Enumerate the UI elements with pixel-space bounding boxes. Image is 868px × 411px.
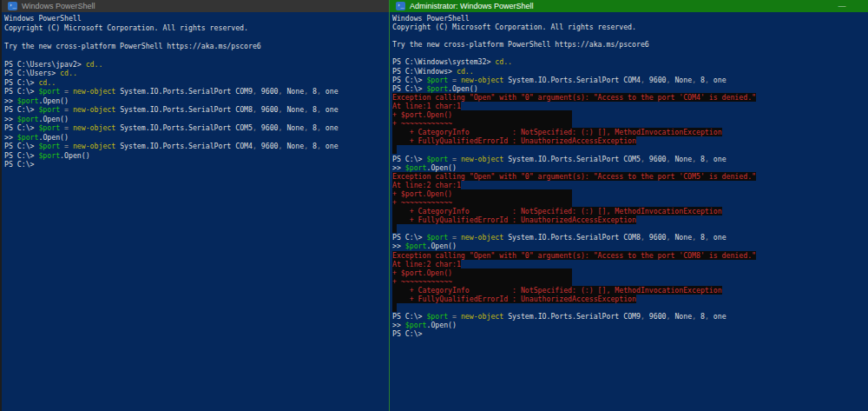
console-text-segment: 8 (696, 155, 705, 163)
left-window-title: Windows PowerShell (22, 2, 95, 10)
console-text-segment: + $port.Open() (392, 268, 572, 277)
console-text-segment: Exception calling "Open" with "0" argume… (392, 93, 756, 102)
console-text-segment: >> (392, 321, 405, 329)
console-text-segment: PS C:\> (4, 142, 38, 150)
console-text-segment: PS C:\> (392, 155, 426, 163)
console-text-segment: .Open() (426, 242, 457, 250)
console-text-segment: PS C:\> (4, 87, 38, 96)
console-text-segment: one (321, 142, 339, 150)
console-text-segment: System.IO.Ports.SerialPort COM8 (503, 233, 641, 242)
powershell-icon: ›_ (396, 2, 405, 10)
console-line: Exception calling "Open" with "0" argume… (392, 172, 868, 181)
console-text-segment: 8 (308, 142, 317, 150)
console-text-segment: >> (4, 96, 17, 105)
right-window-titlebar[interactable]: ›_ Administrator: Windows PowerShell — (390, 0, 868, 12)
console-line: PS C:\> $port = new-object System.IO.Por… (4, 105, 390, 115)
console-line: + FullyQualifiedErrorId : UnauthorizedAc… (392, 295, 868, 303)
console-text-segment: $port (17, 96, 39, 105)
console-text-segment: one (709, 155, 727, 163)
console-text-segment: + FullyQualifiedErrorId : UnauthorizedAc… (392, 215, 636, 224)
console-text-segment: new-object (461, 155, 503, 163)
console-line: PS C:\Users> cd.. (4, 69, 390, 78)
console-line: Copyright (C) Microsoft Corporation. All… (392, 23, 868, 31)
console-text-segment: $port (38, 87, 60, 96)
console-text-segment: + ~~~~~~~~~~~~ (392, 277, 572, 286)
left-console-output[interactable]: Windows PowerShellCopyright (C) Microsof… (2, 12, 390, 169)
console-text-segment (392, 224, 397, 233)
console-line: PS C:\> $port.Open() (4, 151, 390, 161)
console-text-segment: new-object (73, 142, 115, 150)
console-text-segment: 9600 (645, 76, 667, 84)
console-text-segment: System.IO.Ports.SerialPort COM8 (115, 105, 253, 114)
right-window-title: Administrator: Windows PowerShell (410, 2, 534, 10)
console-line: >> $port.Open() (392, 242, 868, 250)
console-text-segment: cd.. (38, 78, 56, 87)
console-line: Try the new cross-platform PowerShell ht… (4, 42, 390, 51)
console-text-segment: 8 (308, 87, 317, 96)
console-text-segment: Copyright (C) Microsoft Corporation. All… (392, 23, 636, 31)
console-text-segment: At line:1 char:1 (392, 102, 461, 110)
console-text-segment: 8 (308, 105, 317, 114)
console-line: >> $port.Open() (4, 96, 390, 106)
console-line: PS C:\Windows> cd.. (392, 67, 868, 76)
console-line: + $port.Open() (392, 189, 868, 198)
console-text-segment: $port (426, 84, 448, 93)
console-line: PS C:\> $port.Open() (392, 84, 868, 93)
console-text-segment: >> (4, 133, 17, 142)
console-text-segment: PS C:\> (4, 78, 38, 87)
console-text-segment: At line:2 char:1 (392, 181, 461, 189)
console-text-segment: cd.. (60, 69, 77, 77)
console-text-segment: 8 (696, 312, 705, 321)
console-text-segment (392, 145, 397, 154)
console-text-segment: .Open() (38, 115, 69, 123)
console-text-segment: $port (38, 105, 60, 114)
console-text-segment: >> (392, 242, 405, 250)
console-line: PS C:\> $port = new-object System.IO.Por… (392, 155, 868, 163)
console-line: + CategoryInfo : NotSpecified: (:) [], M… (392, 128, 868, 136)
console-text-segment: Windows PowerShell (4, 14, 82, 23)
console-text-segment: PS C:\> (4, 160, 35, 169)
console-text-segment: 8 (696, 76, 705, 84)
console-text-segment: >> (392, 163, 405, 172)
console-line: PS C:\> (392, 329, 868, 338)
console-text-segment: None (282, 123, 304, 132)
console-text-segment: $port (426, 233, 448, 242)
console-line: + ~~~~~~~~~~~~ (392, 119, 868, 128)
console-text-segment: System.IO.Ports.SerialPort COM9 (503, 312, 641, 321)
console-text-segment: Try the new cross-platform PowerShell ht… (4, 42, 261, 50)
console-text-segment: $port (426, 76, 448, 84)
console-line: >> $port.Open() (392, 321, 868, 329)
console-text-segment: None (282, 142, 304, 150)
minimize-button[interactable]: — (830, 0, 854, 12)
console-line: PS C:\> $port = new-object System.IO.Por… (392, 312, 868, 321)
console-text-segment: 9600 (645, 155, 667, 163)
console-text-segment (392, 303, 397, 312)
console-text-segment: + ~~~~~~~~~~~~ (392, 198, 572, 207)
console-text-segment: PS C:\> (4, 151, 38, 160)
console-text-segment: .Open() (426, 163, 457, 172)
console-line: At line:1 char:1 (392, 102, 868, 110)
console-line: Windows PowerShell (4, 14, 390, 23)
console-text-segment: None (670, 155, 692, 163)
console-line (392, 145, 868, 154)
console-text-segment: one (321, 105, 339, 114)
console-text-segment: Try the new cross-platform PowerShell ht… (392, 40, 649, 49)
console-text-segment: 8 (696, 233, 705, 242)
console-text-segment: 9600 (257, 87, 279, 96)
console-line: PS C:\> cd.. (4, 78, 390, 88)
console-text-segment: System.IO.Ports.SerialPort COM4 (503, 76, 641, 84)
console-line: + ~~~~~~~~~~~~ (392, 277, 868, 286)
left-window-titlebar[interactable]: ›_ Windows PowerShell (2, 0, 390, 12)
console-text-segment: None (670, 233, 692, 242)
console-text-segment: + FullyQualifiedErrorId : UnauthorizedAc… (392, 295, 636, 303)
right-console-output[interactable]: Windows PowerShellCopyright (C) Microsof… (390, 12, 868, 338)
console-text-segment: + $port.Open() (392, 110, 572, 119)
console-text-segment: one (709, 233, 727, 242)
console-text-segment: + CategoryInfo : NotSpecified: (:) [], M… (392, 207, 722, 215)
console-line: PS C:\> $port = new-object System.IO.Por… (392, 233, 868, 242)
console-line: >> $port.Open() (4, 133, 390, 143)
console-text-segment: + FullyQualifiedErrorId : UnauthorizedAc… (392, 136, 636, 145)
console-line: Windows PowerShell (392, 14, 868, 23)
console-line (392, 303, 868, 312)
console-text-segment: At line:2 char:1 (392, 260, 461, 268)
